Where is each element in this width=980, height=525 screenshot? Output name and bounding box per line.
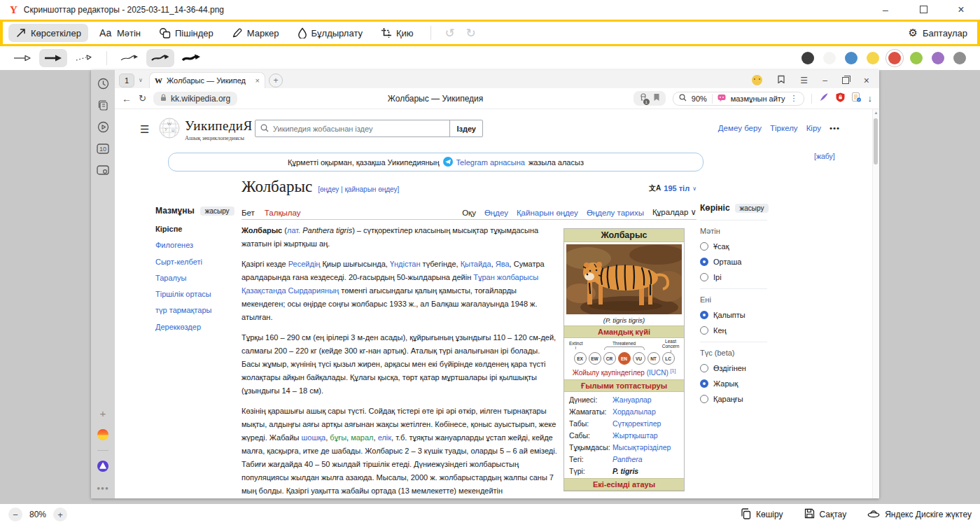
color-swatch-6[interactable] [910,52,923,64]
appearance-option: Жарық [700,379,767,388]
color-swatch-4[interactable] [867,52,879,64]
copy-icon [741,508,751,522]
article-tab-right-3: Өңделу тарихы [587,209,644,217]
arrow-style-sketch-thin[interactable] [115,49,144,67]
arrow-style-straight-thin[interactable] [8,49,36,67]
appearance-option: Қараңғы [700,395,767,403]
editor-canvas[interactable]: 10 + ●●● 1 ∨ W Жолбарыс — Уикипед × [0,70,980,504]
kebab-icon: ⋮ [790,94,798,103]
disk-button[interactable]: Яндекс Дискіге жүктеу [867,508,972,521]
minimize-button[interactable]: – [876,4,895,15]
scroll-up-icon: ▲ [873,111,879,115]
option-label: Жарық [713,379,738,388]
svg-text:Ω: Ω [172,128,175,132]
yandex-mail-icon [97,428,109,441]
editor-bottombar: − 80% + КөшіруСақтауЯндекс Дискіге жүкте… [0,504,980,525]
radio-unselected [700,395,708,403]
tool-arrow-button[interactable]: Көрсеткілер [8,24,88,42]
appearance-section-label: Мәтін [700,220,767,235]
appearance-hide-button: жасыру [735,204,769,213]
color-swatch-2[interactable] [823,52,836,64]
zoom-out-button[interactable]: − [8,507,22,522]
arrow-style-sketch-bold[interactable] [177,49,205,67]
save-button[interactable]: Сақтау [804,508,847,521]
color-swatch-5[interactable] [888,52,901,64]
taxonomy-value: Хордалылар [612,407,679,416]
appearance-panel: Көрініс жасыру МәтінҰсақОрташаІріЕніҚалы… [700,203,767,410]
svg-text:Аа: Аа [99,28,111,38]
tool-shapes-button[interactable]: Пішіндер [152,24,220,42]
appearance-option: Кең [700,326,767,335]
appearance-option: Өздігінен [700,364,767,372]
gear-icon: ⚙ [909,27,918,39]
alice-icon [97,460,109,472]
article-tabs-right: ОқуӨңдеуҚайнарын өңдеуӨңделу тарихыҚұрал… [462,207,696,217]
tool-blur-button[interactable]: Бұлдырлату [290,24,370,42]
radio-selected [700,379,708,388]
taxonomy-header: Ғылыми топтастыруы [564,379,684,392]
maximize-button[interactable] [914,4,932,15]
telegram-link: Telegram арнасына [456,158,525,167]
taxonomy-label: Дүниесі: [569,396,612,404]
site-status-group: 1 [634,91,666,106]
toc-hide-button: жасыру [200,206,234,216]
taxonomy-value: Сүтқоректілер [612,419,679,428]
status-cr: CR [603,352,616,365]
copy-button[interactable]: Көшіру [741,508,783,522]
radio-selected [700,311,708,319]
tool-text-button[interactable]: АаМәтін [92,24,148,42]
arrow-style-dotted[interactable] [70,49,98,67]
zoom-in-button[interactable]: + [53,507,67,522]
close-button[interactable]: × [952,4,970,16]
taxonomy-value: Мысықтәрізділер [612,443,679,451]
color-swatch-7[interactable] [932,52,944,64]
sidebar-divider [97,450,108,451]
new-tab-button: + [269,74,283,88]
telegram-icon [443,157,453,168]
article-tabs-left: БетТалқылау [241,209,300,217]
collections-icon [97,99,109,111]
arrow-style-toolbar [0,46,980,69]
tool-label: Қию [396,28,414,38]
article-tab-right-4: Құралдар ∨ [652,207,696,217]
straight-bold-arrow-icon [44,53,62,63]
article-tab-right-0: Оқу [462,209,476,217]
taxonomy-label: Тегі: [569,455,612,463]
shapes-icon [159,27,171,38]
color-swatch-1[interactable] [802,52,814,64]
color-swatch-8[interactable] [953,52,966,64]
wikipedia-globe-logo: WУΩ [158,116,181,143]
radio-unselected [700,273,708,281]
wiki-search-button: Іздеу [449,120,482,136]
article-tab-left-0: Бет [241,209,255,217]
conservation-status: Extinct Threatened Least Concern EXEWCRE… [564,338,684,368]
tool-label: Көрсеткілер [31,28,81,38]
taxonomy-row: Жамағаты:Хордалылар [564,405,684,417]
toc-item: Таралуы [155,273,238,283]
browser-address-bar: ← ↻ kk.wikipedia.org Жолбарыс — Уикипеди… [115,88,879,109]
radio-unselected [700,326,708,335]
toc-items: КіріспеФилогенезСырт-келбетіТаралуыТірші… [155,224,238,332]
user-menu-dots-icon: ••• [830,124,840,132]
status-line: Жойылу қаупіндегілер (IUCN) [1] [564,368,684,379]
tool-crop-button[interactable]: Қию [374,24,421,42]
taxonomy-value: Жануарлар [612,396,679,404]
browser-window-controls: ☰ – × [752,74,875,87]
screenshot-image[interactable]: 10 + ●●● 1 ∨ W Жолбарыс — Уикипед × [91,70,879,498]
svg-text:10: 10 [99,146,106,153]
color-swatch-3[interactable] [845,52,858,64]
settings-button[interactable]: ⚙ Баптаулар [909,27,972,39]
tool-marker-button[interactable]: Маркер [225,24,286,42]
action-label: Көшіру [756,510,783,519]
appearance-option: Ірі [700,273,767,281]
wikipedia-header: ☰ WУΩ УикипедиЯ Ашық энциклопедиясы Уики… [140,115,840,147]
wikipedia-page: ☰ WУΩ УикипедиЯ Ашық энциклопедиясы Уики… [115,109,879,498]
undo-button[interactable]: ↺ [441,26,459,41]
arrow-style-straight-bold[interactable] [39,49,67,67]
taxobox-title: Жолбарыс [564,229,684,242]
tab-title: Жолбарыс — Уикипед [167,76,251,85]
arrow-style-sketch-medium[interactable] [146,49,174,67]
redo-button[interactable]: ↻ [462,26,480,41]
status-ew: EW [589,352,601,365]
tool-label: Пішіндер [175,28,214,38]
